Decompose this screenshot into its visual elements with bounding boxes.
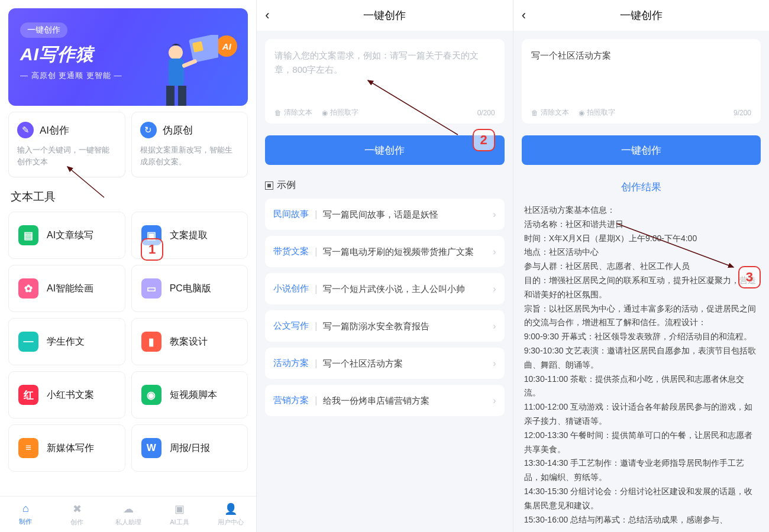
tool-label: 教案设计 (170, 336, 208, 348)
prompt-input-card: 🗑 清除文本 ◉ 拍照取字 0/200 (265, 39, 504, 124)
tab-label: 用户中心 (218, 518, 244, 527)
photo-ocr-button[interactable]: ◉ 拍照取字 (322, 108, 358, 118)
create-button[interactable]: 一键创作 (265, 135, 504, 165)
tool-item[interactable]: W周报/日报 (131, 424, 248, 472)
tool-item[interactable]: ▭PC电脑版 (131, 265, 248, 312)
card-desc: 根据文案重新改写，智能生成原创文案。 (140, 144, 240, 167)
pencil-icon: ✎ (17, 122, 34, 138)
svg-rect-6 (182, 59, 198, 68)
tab-label: AI工具 (170, 518, 189, 527)
example-text: 给我一份烤串店铺营销方案 (323, 394, 487, 407)
tool-item[interactable]: ▤AI文章续写 (8, 212, 125, 259)
topbar: ‹ 一键创作 (257, 0, 512, 31)
tool-item[interactable]: 红小红书文案 (8, 371, 125, 419)
example-text: 写一篇民间故事，话题是妖怪 (323, 208, 487, 220)
tool-icon: ▣ (141, 225, 161, 245)
svg-rect-1 (192, 41, 203, 53)
tool-item[interactable]: ✿AI智能绘画 (8, 265, 125, 312)
svg-rect-4 (166, 86, 175, 106)
tool-icon: ▭ (141, 278, 161, 299)
refresh-icon: ↻ (140, 122, 157, 138)
topbar: ‹ 一键创作 (513, 0, 769, 31)
page-title: 一键创作 (363, 8, 406, 22)
tool-item[interactable]: ▮教案设计 (131, 318, 248, 365)
create-button[interactable]: 一键创作 (522, 135, 761, 165)
example-tag: 小说创作 (273, 283, 309, 294)
example-item[interactable]: 小说创作|写一个短片武侠小说，主人公叫小帅› (265, 273, 504, 304)
svg-rect-0 (189, 35, 218, 63)
tab-用户中心[interactable]: 👤用户中心 (205, 497, 257, 532)
examples-heading: 示例 (265, 179, 504, 192)
card-title: AI创作 (40, 124, 69, 137)
chevron-right-icon: › (493, 284, 496, 294)
tab-icon: 👤 (224, 502, 237, 515)
tab-私人助理[interactable]: ☁私人助理 (102, 497, 154, 532)
tool-label: AI文章续写 (47, 229, 93, 242)
card-ai-create[interactable]: ✎AI创作 输入一个关键词，一键智能创作文本 (8, 112, 125, 177)
example-text: 写一篇防溺水安全教育报告 (323, 320, 487, 332)
clear-text-button[interactable]: 🗑 清除文本 (274, 108, 312, 118)
tab-创作[interactable]: ✖创作 (51, 497, 103, 532)
back-icon[interactable]: ‹ (265, 8, 269, 23)
example-tag: 公文写作 (273, 320, 309, 332)
tab-icon: ✖ (73, 502, 82, 515)
example-item[interactable]: 活动方案|写一个社区活动方案› (265, 348, 504, 379)
clear-text-button[interactable]: 🗑 清除文本 (531, 108, 569, 118)
square-icon (265, 181, 273, 190)
tool-label: 学生作文 (47, 336, 85, 348)
tool-icon: ✿ (18, 278, 38, 299)
tool-icon: — (18, 332, 38, 352)
tool-item[interactable]: —学生作文 (8, 318, 125, 365)
chevron-right-icon: › (493, 395, 496, 406)
hero-pill: 一键创作 (20, 22, 67, 38)
example-item[interactable]: 带货文案|写一篇电动牙刷的短视频带货推广文案› (265, 236, 504, 267)
example-tag: 带货文案 (273, 246, 309, 257)
card-desc: 输入一个关键词，一键智能创作文本 (17, 144, 117, 167)
tool-label: AI智能绘画 (47, 283, 93, 295)
card-rewrite[interactable]: ↻伪原创 根据文案重新改写，智能生成原创文案。 (131, 112, 248, 177)
tool-label: 短视频脚本 (170, 389, 217, 401)
prompt-textarea[interactable] (531, 48, 751, 103)
chevron-right-icon: › (493, 246, 496, 257)
result-body: 社区活动方案基本信息：活动名称：社区和谐共进日时间：X年X月X日（星期X）上午9… (513, 203, 769, 527)
tool-icon: ▤ (18, 225, 38, 245)
chevron-right-icon: › (493, 321, 496, 332)
tab-制作[interactable]: ⌂制作 (0, 497, 51, 532)
illustration-person-icon (153, 35, 218, 106)
tool-item[interactable]: ≡新媒体写作 (8, 424, 125, 472)
tool-label: 文案提取 (170, 229, 208, 242)
tool-item[interactable]: ◉短视频脚本 (131, 371, 248, 419)
tool-icon: ▮ (141, 332, 161, 352)
example-item[interactable]: 营销方案|给我一份烤串店铺营销方案› (265, 385, 504, 416)
example-tag: 营销方案 (273, 395, 309, 406)
tool-label: 周报/日报 (170, 442, 210, 455)
tool-icon: 红 (18, 385, 38, 405)
tool-icon: ≡ (18, 438, 38, 458)
example-item[interactable]: 民间故事|写一篇民间故事，话题是妖怪› (265, 199, 504, 230)
char-count: 9/200 (734, 109, 751, 117)
card-title: 伪原创 (163, 124, 193, 137)
example-text: 写一个社区活动方案 (323, 357, 487, 369)
section-title: 文本工具 (0, 177, 256, 212)
prompt-textarea[interactable] (274, 48, 495, 103)
back-icon[interactable]: ‹ (522, 8, 526, 23)
photo-ocr-button[interactable]: ◉ 拍照取字 (579, 108, 615, 118)
tab-label: 私人助理 (115, 518, 141, 527)
tab-AI工具[interactable]: ▣AI工具 (154, 497, 205, 532)
tab-icon: ☁ (123, 502, 134, 515)
svg-rect-5 (178, 86, 186, 106)
example-tag: 活动方案 (273, 358, 309, 369)
page-title: 一键创作 (620, 8, 663, 22)
tool-item[interactable]: ▣文案提取 (131, 212, 248, 259)
tool-icon: ◉ (141, 385, 161, 405)
tool-icon: W (141, 438, 161, 458)
tool-label: 新媒体写作 (47, 442, 94, 455)
hero-banner[interactable]: 一键创作 AI写作猿 — 高原创 更通顺 更智能 — AI (8, 8, 248, 106)
char-count: 0/200 (477, 109, 495, 117)
chevron-right-icon: › (493, 209, 496, 220)
example-tag: 民间故事 (273, 209, 309, 220)
prompt-input-card: 🗑 清除文本 ◉ 拍照取字 9/200 (522, 39, 761, 124)
tool-label: PC电脑版 (170, 283, 211, 295)
svg-rect-3 (169, 59, 184, 86)
example-item[interactable]: 公文写作|写一篇防溺水安全教育报告› (265, 310, 504, 342)
